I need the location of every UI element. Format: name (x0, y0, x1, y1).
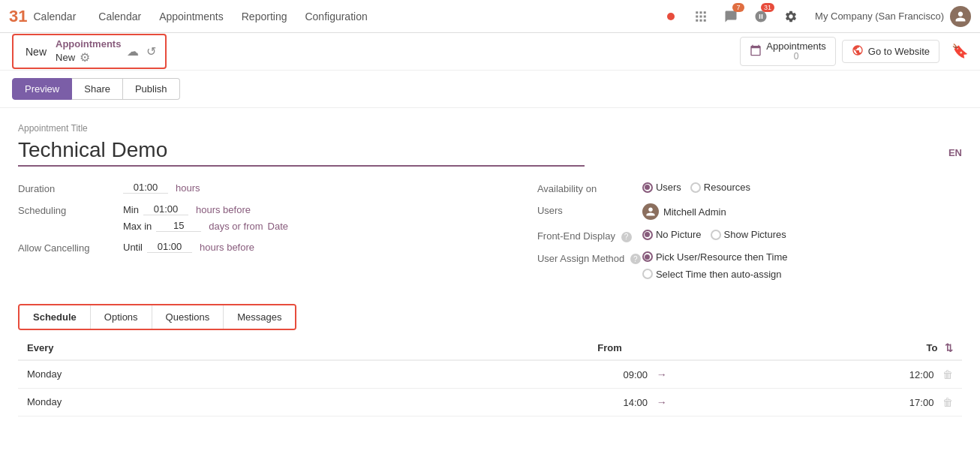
form-left-col: Duration hours Scheduling Min hours befo… (18, 182, 537, 289)
nav-icons-group: 7 31 My Company (San Francisco) (659, 5, 971, 29)
row1-to: 12:00 🗑 (682, 360, 962, 389)
share-button[interactable]: Share (72, 78, 123, 100)
new-button[interactable]: New (21, 44, 51, 59)
form-two-col: Duration hours Scheduling Min hours befo… (18, 182, 962, 289)
availability-label: Availability on (537, 182, 642, 194)
assign-radio1[interactable] (642, 251, 653, 262)
row1-arrow: → (657, 368, 667, 380)
sched-min-input[interactable] (143, 203, 188, 215)
nav-settings-icon[interactable] (779, 5, 803, 29)
nav-menu-appointments[interactable]: Appointments (152, 8, 231, 26)
preview-button[interactable]: Preview (12, 78, 72, 100)
availability-radio-group: Users Resources (642, 182, 750, 193)
allow-cancelling-row: Allow Cancelling Until hours before (18, 241, 522, 254)
row2-from: 14:00 → (257, 388, 682, 416)
duration-label: Duration (18, 182, 123, 194)
no-picture-option[interactable]: No Picture (642, 229, 702, 240)
assign-option2[interactable]: Select Time then auto-assign (642, 269, 788, 280)
col-every-header: Every (18, 336, 257, 360)
row1-delete-icon[interactable]: 🗑 (942, 368, 953, 380)
appointments-count: 0 (766, 52, 826, 62)
duration-input[interactable] (123, 182, 168, 194)
svg-rect-4 (700, 15, 702, 17)
sched-date-link[interactable]: Date (268, 221, 288, 232)
svg-rect-1 (700, 11, 702, 14)
sched-max-unit: days or from (209, 221, 263, 232)
frontend-help-icon[interactable]: ? (621, 232, 632, 242)
breadcrumb-box[interactable]: New Appointments New ⚙ ☁ ↺ (12, 34, 167, 69)
scheduling-value-group: Min hours before Max in days or from Dat… (123, 203, 288, 232)
sched-max-prefix: Max in (123, 221, 152, 232)
allow-cancelling-label: Allow Cancelling (18, 241, 123, 254)
breadcrumb-toolbar: New Appointments New ⚙ ☁ ↺ Appointments … (0, 33, 980, 71)
nav-menu-reporting[interactable]: Reporting (234, 8, 295, 26)
gear-icon[interactable]: ⚙ (80, 50, 90, 65)
availability-row: Availability on Users Resources (537, 182, 962, 194)
avail-resources-radio[interactable] (690, 182, 701, 193)
duration-row: Duration hours (18, 182, 522, 194)
nav-activity-icon[interactable]: 31 (749, 5, 773, 29)
form-right-col: Availability on Users Resources Users (537, 182, 962, 289)
nav-menu-configuration[interactable]: Configuration (297, 8, 374, 26)
row2-every: Monday (18, 388, 257, 416)
row2-to: 17:00 🗑 (682, 388, 962, 416)
nav-logo: 31 (9, 7, 27, 26)
duration-value-group: hours (123, 182, 200, 194)
col-to-header: To ⇅ (682, 336, 962, 360)
show-pictures-radio[interactable] (711, 230, 721, 240)
cancel-unit: hours before (200, 242, 254, 253)
tab-options[interactable]: Options (91, 305, 152, 329)
users-label: Users (537, 203, 642, 216)
user-avatar-nav[interactable] (950, 6, 971, 27)
title-field-label: Appointment Title (18, 123, 962, 134)
tab-questions[interactable]: Questions (152, 305, 224, 329)
user-name: Mitchell Admin (663, 206, 726, 218)
sched-min-prefix: Min (123, 204, 139, 215)
publish-button[interactable]: Publish (123, 78, 180, 100)
tab-messages[interactable]: Messages (224, 305, 295, 329)
avail-users-radio[interactable] (642, 182, 653, 193)
nav-app-name: Calendar (33, 11, 76, 23)
nav-chat-icon[interactable]: 7 (719, 5, 743, 29)
frontend-radio-group: No Picture Show Pictures (642, 229, 786, 240)
goto-website-label: Go to Website (868, 46, 930, 57)
refresh-icon[interactable]: ↺ (146, 44, 156, 59)
cancel-value-group: Until hours before (123, 241, 254, 253)
row2-delete-icon[interactable]: 🗑 (942, 396, 953, 408)
action-bar: Preview Share Publish (0, 71, 980, 108)
svg-rect-6 (696, 19, 698, 21)
no-picture-radio[interactable] (642, 230, 653, 240)
show-pictures-option[interactable]: Show Pictures (711, 229, 786, 240)
assign-radio-group: Pick User/Resource then Time Select Time… (642, 251, 788, 280)
assign-option1[interactable]: Pick User/Resource then Time (642, 251, 788, 263)
row2-arrow: → (657, 396, 667, 408)
cancel-hours-input[interactable] (147, 241, 192, 253)
assign-radio2[interactable] (642, 269, 653, 279)
svg-rect-8 (704, 19, 706, 21)
avail-users-option[interactable]: Users (642, 182, 681, 193)
nav-grid-icon[interactable] (689, 5, 713, 29)
cancel-until-text: Until (123, 242, 143, 253)
sched-max-input[interactable] (156, 220, 201, 232)
sched-min-unit: hours before (196, 204, 251, 215)
svg-rect-7 (700, 19, 702, 21)
avail-resources-option[interactable]: Resources (690, 182, 750, 193)
table-adjust-icon[interactable]: ⇅ (945, 342, 953, 353)
table-row: Monday 14:00 → 17:00 🗑 (18, 388, 962, 416)
bookmark-icon[interactable]: 🔖 (951, 43, 968, 59)
frontend-display-label: Front-End Display ? (537, 229, 642, 242)
goto-website-btn[interactable]: Go to Website (842, 40, 939, 63)
nav-menu-calendar[interactable]: Calendar (91, 8, 149, 26)
language-selector[interactable]: EN (948, 147, 962, 158)
users-row: Users Mitchell Admin (537, 203, 962, 220)
breadcrumb-parent-link[interactable]: Appointments (56, 38, 121, 50)
top-navigation: 31 Calendar Calendar Appointments Report… (0, 0, 980, 33)
user-assign-help-icon[interactable]: ? (630, 254, 641, 264)
mitchell-avatar (642, 203, 659, 220)
nav-dot-indicator (659, 5, 683, 29)
user-chip: Mitchell Admin (642, 203, 726, 220)
title-input[interactable] (18, 138, 585, 167)
appointments-nav-btn[interactable]: Appointments 0 (740, 37, 836, 66)
cloud-icon[interactable]: ☁ (127, 44, 139, 59)
tab-schedule[interactable]: Schedule (20, 305, 91, 329)
